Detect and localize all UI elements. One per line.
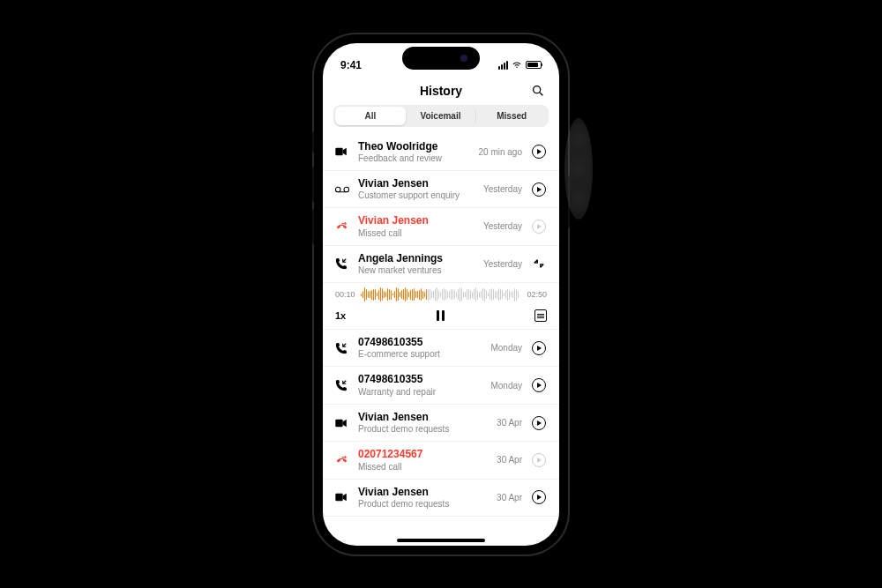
play-icon bbox=[532, 145, 546, 159]
caller-name: 07498610355 bbox=[358, 373, 482, 385]
header: History bbox=[323, 78, 559, 105]
call-info: Vivian Jensen Customer support enquiry bbox=[358, 177, 475, 201]
caller-name: Vivian Jensen bbox=[358, 214, 475, 227]
status-time: 9:41 bbox=[340, 59, 362, 71]
video-icon bbox=[335, 147, 349, 156]
video-icon bbox=[335, 493, 349, 502]
call-info: Vivian Jensen Product demo requests bbox=[358, 411, 488, 435]
row-action-button[interactable] bbox=[531, 415, 547, 431]
call-time: Yesterday bbox=[483, 184, 522, 194]
svg-point-4 bbox=[344, 187, 349, 192]
call-info: Vivian Jensen Missed call bbox=[358, 214, 475, 238]
call-time: 20 min ago bbox=[479, 147, 522, 157]
call-time: Monday bbox=[490, 343, 522, 353]
caller-name: 07498610355 bbox=[358, 336, 482, 348]
elapsed-time: 00:10 bbox=[335, 290, 355, 299]
call-row[interactable]: 02071234567 Missed call 30 Apr bbox=[323, 442, 559, 479]
call-subtitle: Product demo requests bbox=[358, 499, 488, 510]
row-action-button[interactable] bbox=[531, 377, 547, 393]
svg-rect-6 bbox=[335, 419, 342, 426]
call-subtitle: New market ventures bbox=[358, 265, 475, 276]
wifi-icon bbox=[512, 61, 522, 69]
call-info: Vivian Jensen Product demo requests bbox=[358, 486, 488, 510]
play-icon bbox=[532, 490, 546, 504]
waveform-row: 00:10 02:50 bbox=[335, 287, 547, 302]
call-row[interactable]: Vivian Jensen Missed call Yesterday bbox=[323, 208, 559, 245]
tab-all[interactable]: All bbox=[335, 107, 406, 125]
collapse-icon bbox=[533, 257, 545, 270]
incoming-icon bbox=[335, 257, 349, 270]
call-subtitle: Customer support enquiry bbox=[358, 190, 475, 201]
row-action-button[interactable] bbox=[531, 340, 547, 356]
call-row[interactable]: Vivian Jensen Product demo requests 30 A… bbox=[323, 405, 559, 442]
playback-speed-button[interactable]: 1x bbox=[335, 310, 346, 321]
play-icon bbox=[532, 416, 546, 430]
call-row[interactable]: Vivian Jensen Customer support enquiry Y… bbox=[323, 171, 559, 208]
caller-name: 02071234567 bbox=[358, 448, 488, 460]
total-time: 02:50 bbox=[527, 290, 547, 299]
player-controls: 1x bbox=[335, 309, 547, 322]
call-row[interactable]: 07498610355 Warranty and repair Monday bbox=[323, 367, 559, 404]
phone-frame: 9:41 History All Voicemail Missed Theo W… bbox=[314, 34, 568, 555]
call-time: 30 Apr bbox=[497, 455, 522, 465]
call-row[interactable]: Vivian Jensen Product demo requests 30 A… bbox=[323, 480, 559, 517]
caller-name: Angela Jennings bbox=[358, 252, 475, 264]
row-action-button[interactable] bbox=[531, 256, 547, 272]
cellular-icon bbox=[498, 61, 508, 70]
call-subtitle: Missed call bbox=[358, 462, 488, 473]
caller-name: Vivian Jensen bbox=[358, 486, 488, 498]
call-info: 02071234567 Missed call bbox=[358, 448, 488, 472]
dynamic-island bbox=[402, 47, 480, 70]
play-icon bbox=[532, 220, 546, 234]
row-action-button[interactable] bbox=[531, 182, 547, 197]
call-info: Angela Jennings New market ventures bbox=[358, 252, 475, 276]
row-action-button[interactable] bbox=[531, 219, 547, 234]
call-subtitle: E-commerce support bbox=[358, 349, 482, 360]
caller-name: Theo Woolridge bbox=[358, 140, 470, 153]
call-time: 30 Apr bbox=[497, 493, 522, 502]
status-right bbox=[498, 61, 542, 70]
svg-point-0 bbox=[534, 86, 541, 93]
call-subtitle: Warranty and repair bbox=[358, 387, 482, 398]
call-time: Yesterday bbox=[483, 259, 522, 269]
call-row[interactable]: Angela Jennings New market ventures Yest… bbox=[323, 246, 559, 283]
play-icon bbox=[532, 378, 546, 392]
screen: 9:41 History All Voicemail Missed Theo W… bbox=[323, 43, 559, 546]
call-time: 30 Apr bbox=[497, 418, 522, 428]
incoming-icon bbox=[335, 379, 349, 391]
svg-rect-2 bbox=[335, 148, 342, 155]
play-icon bbox=[532, 182, 546, 197]
home-indicator[interactable] bbox=[397, 539, 485, 542]
segmented-control: All Voicemail Missed bbox=[333, 105, 549, 127]
call-history-list[interactable]: Theo Woolridge Feedback and review 20 mi… bbox=[323, 134, 559, 546]
row-action-button[interactable] bbox=[531, 452, 547, 468]
pause-button[interactable] bbox=[437, 310, 445, 321]
row-action-button[interactable] bbox=[531, 489, 547, 505]
transcript-button[interactable] bbox=[534, 309, 547, 322]
call-row[interactable]: Theo Woolridge Feedback and review 20 mi… bbox=[323, 134, 559, 171]
volume-up bbox=[312, 167, 314, 202]
call-time: Monday bbox=[490, 381, 522, 391]
waveform-scrubber[interactable] bbox=[361, 287, 522, 302]
caller-name: Vivian Jensen bbox=[358, 411, 488, 423]
volume-down bbox=[312, 209, 314, 244]
svg-line-1 bbox=[540, 93, 542, 95]
tab-voicemail[interactable]: Voicemail bbox=[406, 107, 477, 125]
search-icon bbox=[531, 84, 545, 98]
texture-decoration bbox=[564, 118, 593, 220]
play-icon bbox=[532, 341, 546, 355]
search-button[interactable] bbox=[531, 84, 545, 98]
voicemail-player: 00:10 02:50 1x bbox=[323, 283, 559, 330]
video-icon bbox=[335, 419, 349, 428]
row-action-button[interactable] bbox=[531, 144, 547, 160]
tab-missed[interactable]: Missed bbox=[476, 107, 547, 125]
svg-rect-7 bbox=[335, 494, 342, 501]
mute-switch bbox=[312, 131, 314, 153]
play-icon bbox=[532, 453, 546, 467]
call-row[interactable]: 07498610355 E-commerce support Monday bbox=[323, 330, 559, 367]
call-info: 07498610355 E-commerce support bbox=[358, 336, 482, 360]
caller-name: Vivian Jensen bbox=[358, 177, 475, 190]
missed-icon bbox=[335, 221, 349, 232]
voicemail-icon bbox=[335, 186, 349, 193]
call-subtitle: Product demo requests bbox=[358, 424, 488, 435]
